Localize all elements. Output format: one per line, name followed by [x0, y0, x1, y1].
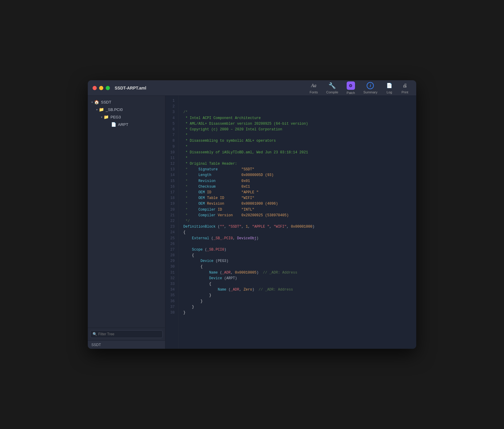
tree-item-label: SSDT — [101, 100, 111, 104]
toolbar: Aa Fonts 🔧 Compile ⚙ Patch i Summary 📄 L… — [307, 80, 411, 96]
line-number: 27 — [165, 247, 178, 253]
search-icon: 🔍 — [93, 332, 97, 336]
line-number: 23 — [165, 224, 178, 230]
line-number: 33 — [165, 281, 178, 287]
code-line: * Original Table Header: — [183, 161, 411, 167]
file-icon: 📄 — [111, 122, 116, 127]
print-icon: 🖨 — [401, 82, 408, 89]
code-content[interactable]: /* * Intel ACPI Component Architecture *… — [179, 96, 416, 349]
line-number: 7 — [165, 132, 178, 138]
code-line — [183, 241, 411, 247]
patch-label: Patch — [347, 91, 355, 95]
log-button[interactable]: 📄 Log — [383, 81, 396, 95]
code-line: * Signature "SSDT" — [183, 167, 411, 172]
summary-icon: i — [367, 82, 374, 89]
traffic-lights — [93, 86, 110, 90]
line-number: 28 — [165, 253, 178, 258]
line-number: 17 — [165, 190, 178, 195]
chevron-icon: ▾ — [101, 115, 102, 119]
code-line: * Revision 0x01 — [183, 178, 411, 184]
line-number: 11 — [165, 155, 178, 161]
code-line: External (_SB_.PCI0, DeviceObj) — [183, 236, 411, 241]
folder-icon: 📁 — [99, 107, 104, 112]
tree-item[interactable]: 📄ARPT — [89, 121, 164, 128]
home-icon: 🏠 — [94, 100, 99, 104]
maximize-button[interactable] — [106, 86, 110, 90]
tree-item-label: ARPT — [118, 122, 128, 127]
line-number: 5 — [165, 121, 178, 127]
sidebar: ▾🏠SSDT▾📁_SB.PCI0▾📁PEG3📄ARPT 🔍 SSDT — [88, 96, 165, 349]
editor-area: 1234567891011121314151617181920212223242… — [165, 96, 416, 349]
line-number: 37 — [165, 304, 178, 310]
code-line: * Disassembling to symbolic ASL+ operato… — [183, 138, 411, 144]
code-line: { — [183, 281, 411, 287]
code-line: } — [183, 293, 411, 298]
tree-item-label: _SB.PCI0 — [106, 107, 123, 112]
code-line: * Intel ACPI Component Architecture — [183, 115, 411, 121]
compile-button[interactable]: 🔧 Compile — [323, 81, 341, 95]
status-label: SSDT — [91, 343, 101, 347]
line-number: 30 — [165, 264, 178, 270]
line-number: 20 — [165, 207, 178, 213]
fonts-button[interactable]: Aa Fonts — [307, 81, 321, 95]
line-number: 10 — [165, 150, 178, 155]
filter-area: 🔍 — [88, 328, 165, 340]
code-line: * AML/ASL+ Disassembler version 20200925… — [183, 121, 411, 127]
log-label: Log — [387, 90, 392, 94]
print-button[interactable]: 🖨 Print — [398, 81, 411, 95]
code-line — [183, 316, 411, 321]
minimize-button[interactable] — [99, 86, 103, 90]
fonts-label: Fonts — [310, 90, 318, 94]
window-title: SSDT-ARPT.aml — [115, 86, 146, 90]
filter-wrap: 🔍 — [90, 330, 163, 338]
code-line: * Checksum 0xC1 — [183, 184, 411, 190]
tree-item[interactable]: ▾📁PEG3 — [89, 113, 164, 121]
line-number: 2 — [165, 104, 178, 109]
titlebar: SSDT-ARPT.aml Aa Fonts 🔧 Compile ⚙ Patch… — [88, 80, 416, 96]
code-line: * OEM Table ID "WIFI" — [183, 195, 411, 201]
line-number: 13 — [165, 167, 178, 172]
folder-icon: 📁 — [104, 115, 109, 119]
line-number: 18 — [165, 195, 178, 201]
line-number: 29 — [165, 258, 178, 264]
tree-item[interactable]: ▾📁_SB.PCI0 — [89, 106, 164, 113]
code-line: * Length 0x0000005D (93) — [183, 172, 411, 178]
code-line: Scope (_SB.PCI0) — [183, 247, 411, 253]
line-number: 15 — [165, 178, 178, 184]
line-number: 16 — [165, 184, 178, 190]
code-line: * OEM Revision 0x00001000 (4096) — [183, 201, 411, 207]
fonts-icon: Aa — [310, 82, 317, 89]
line-number: 21 — [165, 213, 178, 218]
main-window: SSDT-ARPT.aml Aa Fonts 🔧 Compile ⚙ Patch… — [88, 80, 416, 349]
summary-label: Summary — [363, 90, 377, 94]
code-line: * Disassembly of iASLyTIoBD.aml, Wed Jun… — [183, 150, 411, 155]
close-button[interactable] — [93, 86, 97, 90]
line-number: 12 — [165, 161, 178, 167]
code-line: DefinitionBlock ("", "SSDT", 1, "APPLE "… — [183, 224, 411, 230]
code-line: Name (_ADR, Zero) // _ADR: Address — [183, 287, 411, 293]
line-number: 35 — [165, 293, 178, 298]
line-number: 24 — [165, 230, 178, 235]
code-line: Device (ARPT) — [183, 276, 411, 281]
tree-item[interactable]: ▾🏠SSDT — [89, 98, 164, 106]
line-number: 1 — [165, 98, 178, 104]
code-line: /* — [183, 109, 411, 115]
summary-button[interactable]: i Summary — [360, 81, 380, 95]
line-number: 38 — [165, 310, 178, 316]
code-line — [183, 321, 411, 327]
line-number: 8 — [165, 138, 178, 144]
print-label: Print — [402, 90, 408, 94]
code-line: } — [183, 310, 411, 316]
compile-label: Compile — [326, 90, 338, 94]
line-number: 19 — [165, 201, 178, 207]
code-line: * — [183, 155, 411, 161]
filter-input[interactable] — [90, 330, 163, 338]
code-line: { — [183, 230, 411, 235]
compile-icon: 🔧 — [329, 82, 336, 89]
line-number: 26 — [165, 241, 178, 247]
line-number: 34 — [165, 287, 178, 293]
code-line: * Copyright (c) 2000 – 2020 Intel Corpor… — [183, 127, 411, 132]
log-icon: 📄 — [386, 82, 393, 89]
tree-item-label: PEG3 — [110, 115, 121, 119]
patch-button[interactable]: ⚙ Patch — [344, 80, 358, 96]
